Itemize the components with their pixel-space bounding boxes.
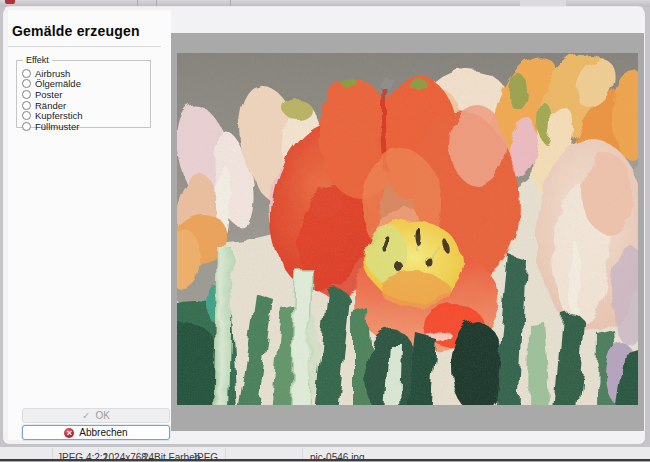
- screen: Gemälde erzeugen Effekt Airbrush Ölgemäl…: [0, 0, 650, 462]
- app-logo-fragment-icon: [5, 0, 15, 4]
- radio-option-airbrush[interactable]: Airbrush: [22, 68, 150, 79]
- ok-button[interactable]: ✓ OK: [22, 408, 170, 423]
- radio-circle-icon[interactable]: [22, 69, 31, 78]
- cancel-x-icon: ×: [64, 428, 74, 438]
- radio-circle-icon[interactable]: [22, 122, 31, 131]
- preview-area: [171, 33, 644, 431]
- radio-option-fuellmuster[interactable]: Füllmuster: [22, 121, 150, 132]
- dialog-title: Gemälde erzeugen: [12, 23, 140, 39]
- ok-button-label: OK: [95, 410, 109, 421]
- radio-circle-icon[interactable]: [22, 79, 31, 88]
- check-icon: ✓: [82, 411, 90, 421]
- effect-group-label: Effekt: [23, 55, 52, 65]
- cancel-button-label: Abbrechen: [79, 427, 127, 438]
- title-divider: [8, 46, 161, 47]
- radio-circle-icon[interactable]: [22, 101, 31, 110]
- radio-circle-icon[interactable]: [22, 111, 31, 120]
- cancel-button[interactable]: × Abbrechen: [22, 425, 170, 440]
- radio-option-raender[interactable]: Ränder: [22, 100, 150, 111]
- radio-option-poster[interactable]: Poster: [22, 89, 150, 100]
- effect-groupbox: Effekt Airbrush Ölgemälde Poster Ränder: [16, 55, 151, 128]
- preview-image-watercolor-tulips: [177, 53, 638, 405]
- radio-option-oelgemaelde[interactable]: Ölgemälde: [22, 79, 150, 90]
- radio-option-kupferstich[interactable]: Kupferstich: [22, 110, 150, 121]
- radio-circle-icon[interactable]: [22, 90, 31, 99]
- dialog-gemaelde-erzeugen: Gemälde erzeugen Effekt Airbrush Ölgemäl…: [2, 6, 646, 445]
- left-panel: Gemälde erzeugen Effekt Airbrush Ölgemäl…: [8, 10, 171, 440]
